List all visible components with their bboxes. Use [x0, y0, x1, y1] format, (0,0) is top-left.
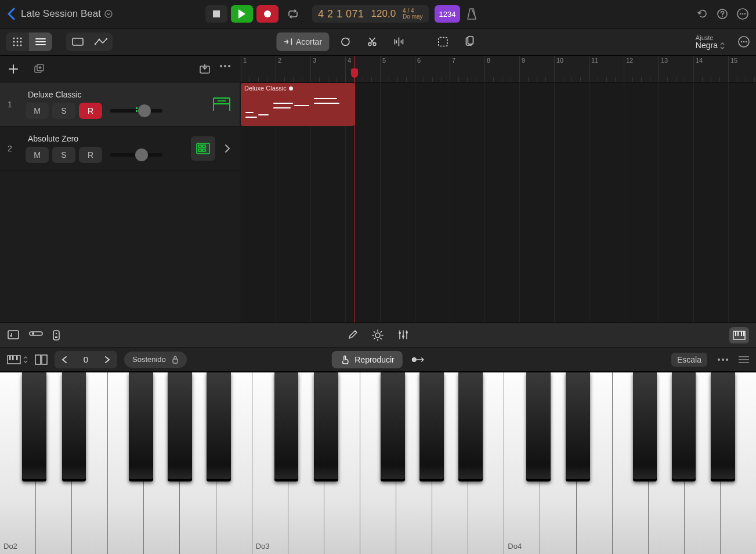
black-key[interactable]	[62, 372, 86, 481]
black-key[interactable]	[672, 372, 696, 481]
count-in-button[interactable]: 1234	[435, 5, 461, 23]
more-button[interactable]	[736, 8, 749, 20]
playhead[interactable]	[355, 56, 355, 323]
instrument-icon[interactable]	[209, 92, 234, 117]
lcd-display[interactable]: 4 2 1 071 120,0 4 / 4 Do may	[312, 5, 429, 23]
library-button[interactable]	[7, 329, 20, 342]
cycle-button[interactable]	[282, 5, 304, 23]
black-key[interactable]	[711, 372, 735, 481]
track-name: Absolute Zero	[26, 134, 185, 143]
svg-point-27	[373, 43, 376, 46]
snap-menu[interactable]: Ajuste Negra	[696, 34, 725, 49]
solo-button[interactable]: S	[52, 147, 75, 163]
svg-point-85	[722, 359, 724, 361]
bar-label: 15	[730, 57, 737, 64]
octave-up-button[interactable]	[97, 351, 117, 368]
black-key[interactable]	[419, 372, 444, 481]
brightness-button[interactable]	[372, 329, 384, 341]
black-key[interactable]	[314, 372, 338, 481]
glissando-button[interactable]	[411, 356, 425, 364]
piano-keyboard[interactable]: Do2Do3Do4	[0, 371, 756, 554]
octave-down-button[interactable]	[55, 351, 74, 368]
svg-point-4	[722, 16, 723, 17]
scissors-tool-button[interactable]	[361, 32, 382, 51]
svg-rect-78	[12, 356, 14, 360]
scale-button[interactable]: Escala	[671, 353, 707, 367]
track-number: 2	[0, 144, 20, 153]
pencil-tool-button[interactable]	[348, 329, 358, 341]
project-title-label: Late Session Beat	[21, 8, 101, 20]
lock-icon	[172, 356, 179, 364]
bar-label: 13	[661, 57, 668, 64]
svg-point-16	[17, 45, 19, 46]
mute-button[interactable]: M	[26, 103, 49, 119]
bar-label: 7	[452, 57, 455, 64]
svg-point-10	[17, 38, 19, 39]
import-button[interactable]	[199, 64, 211, 74]
loop-tool-button[interactable]	[335, 32, 356, 51]
keyboard-more-button[interactable]	[717, 357, 729, 362]
bar-label: 1	[243, 57, 247, 64]
track-more-button[interactable]	[219, 64, 231, 74]
keyboard-toggle-button[interactable]	[729, 327, 749, 343]
volume-slider[interactable]	[110, 109, 162, 113]
undo-button[interactable]	[697, 8, 708, 20]
resize-handle[interactable]	[739, 356, 749, 363]
svg-rect-75	[743, 331, 744, 336]
region-editor-button[interactable]	[66, 32, 89, 51]
record-enable-button[interactable]: R	[79, 147, 102, 163]
sustain-toggle[interactable]: Sostenido	[124, 352, 187, 368]
black-key[interactable]	[458, 372, 483, 481]
back-button[interactable]	[7, 8, 15, 20]
bar-label: 11	[591, 57, 598, 64]
svg-rect-21	[73, 38, 83, 45]
smart-controls-button[interactable]	[29, 329, 43, 342]
record-enable-button[interactable]: R	[79, 103, 102, 119]
duplicate-track-button[interactable]	[34, 64, 45, 74]
midi-region[interactable]: Deluxe Classic	[241, 83, 355, 126]
track-number: 1	[0, 100, 20, 109]
black-key[interactable]	[129, 372, 153, 481]
add-track-button[interactable]	[8, 64, 19, 74]
solo-button[interactable]: S	[52, 103, 75, 119]
instrument-icon[interactable]	[191, 136, 215, 161]
keyboard-type-button[interactable]	[7, 355, 28, 364]
play-mode-button[interactable]: Reproducir	[331, 351, 402, 368]
black-key[interactable]	[168, 372, 192, 481]
timeline[interactable]: 123456789101112131415 Deluxe Classic	[240, 56, 756, 323]
plugin-button[interactable]	[52, 329, 60, 342]
black-key[interactable]	[633, 372, 657, 481]
bar-label: 4	[348, 57, 351, 64]
help-button[interactable]	[717, 8, 728, 20]
split-keyboard-button[interactable]	[35, 354, 48, 365]
black-key[interactable]	[207, 372, 231, 481]
black-key[interactable]	[526, 372, 551, 481]
grid-view-button[interactable]	[6, 32, 29, 51]
svg-rect-55	[55, 336, 57, 338]
black-key[interactable]	[22, 372, 46, 481]
bar-label: 8	[487, 57, 490, 64]
stop-button[interactable]	[205, 5, 227, 23]
track-row[interactable]: 2 Absolute Zero M S R	[0, 126, 240, 171]
toolbar-more-button[interactable]	[737, 35, 750, 48]
automation-button[interactable]	[89, 32, 113, 51]
record-button[interactable]	[256, 5, 278, 23]
mute-button[interactable]: M	[26, 147, 49, 163]
shorten-tool-button[interactable]: Acortar	[276, 32, 329, 51]
marquee-tool-button[interactable]	[432, 32, 453, 51]
track-row[interactable]: 1 Deluxe Classic M S R	[0, 82, 240, 126]
metronome-button[interactable]	[466, 8, 478, 20]
ruler[interactable]: 123456789101112131415	[240, 56, 756, 82]
volume-slider[interactable]	[110, 153, 162, 157]
list-view-button[interactable]	[29, 32, 52, 51]
black-key[interactable]	[381, 372, 405, 481]
project-title[interactable]: Late Session Beat	[21, 8, 113, 20]
play-button[interactable]	[231, 5, 253, 23]
clipboard-button[interactable]	[459, 32, 480, 51]
split-tool-button[interactable]	[388, 32, 409, 51]
expand-track-button[interactable]	[221, 144, 234, 153]
black-key[interactable]	[566, 372, 590, 481]
mixer-button[interactable]	[397, 329, 409, 341]
svg-rect-46	[198, 145, 201, 147]
black-key[interactable]	[274, 372, 299, 481]
